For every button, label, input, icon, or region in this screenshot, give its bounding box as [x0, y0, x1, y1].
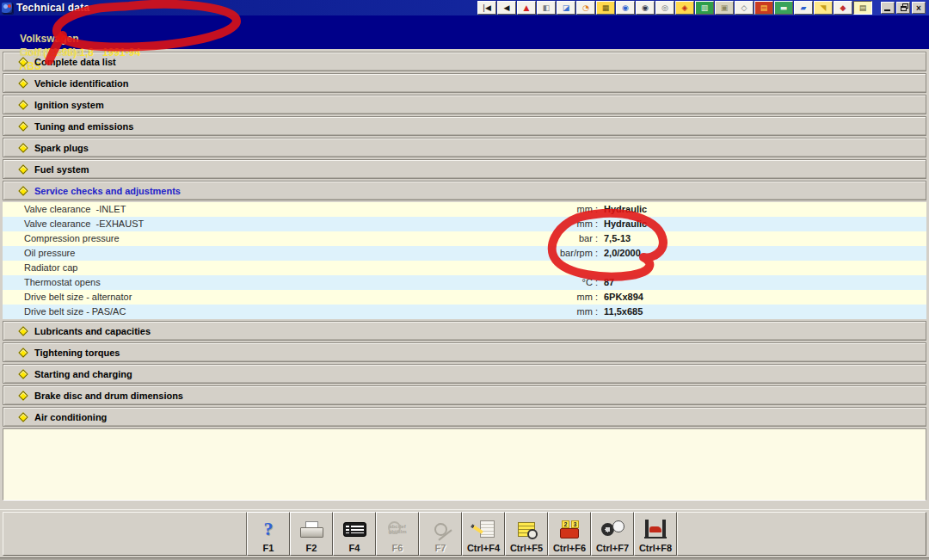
bottom-toolbar: ? F1 F2 F4 abcdef ghijklm F6 F7: [0, 509, 929, 557]
screen-list-icon: [343, 522, 366, 537]
engine-parts-icon[interactable]: ◆: [834, 1, 852, 15]
list-search-button[interactable]: Ctrl+F5: [505, 512, 548, 556]
text-search-button: abcdef ghijklm F6: [376, 512, 419, 556]
minimize-button[interactable]: [881, 2, 895, 14]
section-tuning-and-emissions[interactable]: Tuning and emissions: [3, 116, 926, 136]
tools-icon[interactable]: ◪: [557, 1, 575, 15]
sections-list: Complete data list Vehicle identificatio…: [3, 52, 926, 501]
section-tightening-torques[interactable]: Tightening torques: [3, 342, 926, 362]
diamond-icon: [18, 121, 28, 131]
help-button[interactable]: ? F1: [247, 512, 290, 556]
diamond-icon: [18, 78, 28, 88]
tyre-blue-icon[interactable]: ◉: [616, 1, 635, 15]
section-spark-plugs[interactable]: Spark plugs: [3, 138, 926, 157]
diamond-icon: [18, 412, 28, 422]
car-lift-button[interactable]: Ctrl+F8: [634, 512, 677, 556]
window-panels-icon[interactable]: ◧: [537, 1, 556, 15]
key-icon[interactable]: ◇: [735, 1, 754, 15]
battery-icon[interactable]: ▣: [715, 1, 734, 15]
warning-icon[interactable]: ▲: [517, 1, 536, 15]
section-service-checks[interactable]: Service checks and adjustments: [3, 181, 926, 200]
app-icon: [2, 3, 13, 14]
section-fuel-system[interactable]: Fuel system: [3, 159, 926, 179]
restore-button[interactable]: [896, 2, 910, 14]
list-search-icon: [518, 522, 535, 537]
back-icon[interactable]: ◀: [497, 1, 516, 15]
printer-icon: [300, 521, 323, 538]
vehicle-lift-icon[interactable]: ▥: [695, 1, 714, 15]
printer-green-icon[interactable]: ▬: [774, 1, 793, 15]
section-complete-data-list[interactable]: Complete data list: [3, 52, 926, 71]
print-button[interactable]: F2: [290, 512, 333, 556]
top-toolbar: |◀ ◀ ▲ ◧ ◪ ◔ ▦ ◉ ◉ ◎ ◈ ▥ ▣ ◇ ▤ ▬ ▰ ◥ ◆ ▤: [477, 1, 872, 15]
diamond-icon: [18, 391, 28, 400]
skip-back-icon[interactable]: |◀: [477, 1, 496, 15]
pointer-button: F7: [419, 512, 462, 556]
diamond-icon: [18, 326, 28, 335]
engine-codes-icon: 2 3: [560, 528, 579, 538]
technical-data-window: Technical data |◀ ◀ ▲ ◧ ◪ ◔ ▦ ◉ ◉ ◎ ◈ ▥ …: [0, 0, 929, 560]
help-icon: ?: [264, 520, 274, 538]
close-button[interactable]: ×: [912, 2, 926, 14]
pointer-icon: [434, 523, 447, 536]
engine-wrench-icon[interactable]: ▦: [596, 1, 615, 15]
section-lubricants-and-capacities[interactable]: Lubricants and capacities: [3, 321, 926, 341]
wheel-gauge-icon: [601, 520, 624, 538]
window-controls: ×: [881, 2, 926, 14]
diamond-icon: [18, 143, 28, 152]
service-checks-table: Valve clearance -INLET mm : Hydraulic Va…: [3, 202, 926, 319]
minimize-icon: [884, 9, 890, 11]
gauges-icon[interactable]: ◎: [655, 1, 674, 15]
window-title: Technical data: [16, 2, 89, 14]
table-row: Valve clearance -INLET mm : Hydraulic: [3, 202, 926, 217]
restore-icon: [901, 6, 907, 11]
vehicle-header: Volkswagen Golf (91-98) 1,8 1991-94 Engi…: [0, 15, 929, 49]
wheel-dark-icon[interactable]: ◉: [636, 1, 655, 15]
table-row: Oil pressure bar/rpm : 2,0/2000: [3, 246, 926, 261]
diamond-icon: [18, 369, 28, 378]
table-row: Radiator cap: [3, 261, 926, 275]
table-row: Thermostat opens °C : 87: [3, 275, 926, 290]
vehicle-make: Volkswagen: [20, 32, 84, 46]
edit-note-icon: [480, 520, 495, 538]
diamond-icon: [18, 164, 28, 174]
timing-belt-icon[interactable]: ◈: [675, 1, 694, 15]
empty-content-pane: [3, 428, 926, 501]
table-row: Drive belt size - PAS/AC mm : 11,5x685: [3, 305, 926, 319]
technical-data-icon[interactable]: ▤: [853, 1, 872, 15]
section-vehicle-identification[interactable]: Vehicle identification: [3, 73, 926, 93]
diamond-icon: [18, 348, 28, 357]
engine-codes-button[interactable]: 2 3 Ctrl+F6: [548, 512, 591, 556]
diamond-icon: [18, 100, 28, 109]
section-ignition-system[interactable]: Ignition system: [3, 95, 926, 114]
car-lift-icon: [644, 520, 667, 538]
car-icon[interactable]: ▰: [794, 1, 813, 15]
section-air-conditioning[interactable]: Air conditioning: [3, 407, 926, 427]
status-panel-right: [677, 512, 926, 556]
table-row: Valve clearance -EXHAUST mm : Hydraulic: [3, 217, 926, 231]
edit-note-button[interactable]: Ctrl+F4: [462, 512, 505, 556]
engine-management-icon[interactable]: ▤: [754, 1, 773, 15]
table-row: Compression pressure bar : 7,5-13: [3, 231, 926, 246]
title-bar: Technical data |◀ ◀ ▲ ◧ ◪ ◔ ▦ ◉ ◉ ◎ ◈ ▥ …: [0, 0, 929, 15]
section-starting-and-charging[interactable]: Starting and charging: [3, 364, 926, 384]
wheel-gauge-button[interactable]: Ctrl+F7: [591, 512, 634, 556]
tow-truck-icon[interactable]: ◥: [814, 1, 833, 15]
diamond-icon: [18, 186, 28, 195]
service-schedule-icon[interactable]: ◔: [576, 1, 595, 15]
section-brake-disc-and-drum[interactable]: Brake disc and drum dimensions: [3, 385, 926, 405]
screen-button[interactable]: F4: [333, 512, 376, 556]
status-panel-left: [3, 512, 247, 556]
table-row: Drive belt size - alternator mm : 6PKx89…: [3, 290, 926, 305]
text-search-icon: abcdef ghijklm: [388, 524, 406, 534]
